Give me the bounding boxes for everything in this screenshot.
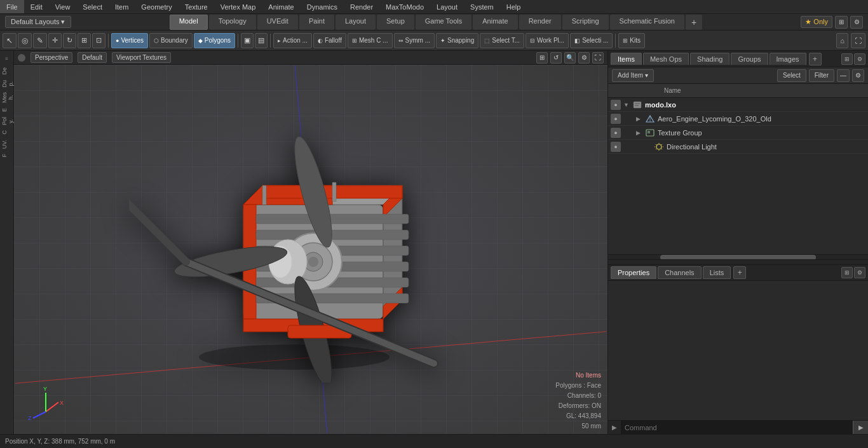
menu-vertex-map[interactable]: Vertex Map [214,0,262,13]
sidebar-label-dup[interactable]: Dup. [0,78,13,90]
panel-tab-groups[interactable]: Groups [731,53,768,65]
menu-system[interactable]: System [464,0,500,13]
toolbar-symm[interactable]: ⇔ Symm ... [394,33,435,48]
viewport-expand-btn2[interactable]: ↺ [550,52,562,64]
sidebar-label-uv[interactable]: UV. [0,137,13,151]
command-input[interactable] [621,421,853,434]
panel-tab-mesh-ops[interactable]: Mesh Ops [643,53,689,65]
menu-file[interactable]: File [0,0,24,13]
viewport-expand-btn5[interactable]: ⛶ [592,52,604,64]
toolbar-polygons[interactable]: ◆ Polygons [194,33,235,48]
toolbar-rotate[interactable]: ↻ [63,33,76,48]
menu-edit[interactable]: Edit [24,0,49,13]
panel-tab-shading[interactable]: Shading [690,53,729,65]
menu-geometry[interactable]: Geometry [135,0,178,13]
tab-add[interactable]: + [686,15,702,30]
default-layouts-dropdown[interactable]: Default Layouts ▾ [5,16,71,28]
viewport-expand-btn4[interactable]: ⚙ [578,52,590,64]
prop-expand-2[interactable]: ⚙ [854,267,865,278]
toolbar-globe[interactable]: ◎ [18,33,32,48]
viewport-canvas[interactable]: X Y Z No Items Polygons : Face Channels:… [14,65,607,434]
viewport-expand-btn3[interactable]: 🔍 [564,52,576,64]
tab-layout[interactable]: Layout [336,15,376,30]
add-item-button[interactable]: Add Item ▾ [612,69,654,82]
toolbar-transform[interactable]: ⊡ [92,33,105,48]
sidebar-label-de[interactable]: De [0,65,13,78]
toolbar-selecti[interactable]: ◧ Selecti ... [570,33,613,48]
prop-expand-1[interactable]: ⊞ [841,267,853,278]
tab-paint[interactable]: Paint [299,15,334,30]
tree-item-modo-lxo[interactable]: ● ▼ modo.lxo [608,98,868,112]
menu-layout[interactable]: Layout [430,0,464,13]
toolbar-mesh-c[interactable]: ⊞ Mesh C ... [348,33,393,48]
toolbar-select-t[interactable]: ⬚ Select T... [480,33,524,48]
tree-vis-1[interactable]: ● [611,100,621,110]
tree-vis-3[interactable]: ● [611,128,621,138]
viewport-perspective[interactable]: Perspective [31,52,72,63]
tab-topology[interactable]: Topology [209,15,256,30]
toolbar-kits[interactable]: ⊞ Kits [618,33,645,48]
tree-item-aero-engine[interactable]: ● ▶ Aero_Engine_Lycoming_O_320_Old [608,112,868,126]
toolbar-home[interactable]: ⌂ [836,33,848,48]
menu-texture[interactable]: Texture [179,0,214,13]
tab-animate[interactable]: Animate [473,15,517,30]
prop-tab-channels[interactable]: Channels [658,266,701,279]
panel-expand-1[interactable]: ⊞ [841,53,853,65]
sidebar-toggle[interactable]: ≡ [1,53,13,64]
panel-expand-2[interactable]: ⚙ [854,53,865,65]
menu-help[interactable]: Help [500,0,527,13]
collapse-button[interactable]: — [837,69,850,82]
tab-uvedit[interactable]: UVEdit [257,15,298,30]
toolbar-scale[interactable]: ⊞ [78,33,91,48]
command-run-button[interactable]: ▶ [853,421,868,434]
menu-dynamics[interactable]: Dynamics [301,0,344,13]
sidebar-label-c[interactable]: C [0,128,13,137]
toolbar-box1[interactable]: ▣ [241,33,254,48]
toolbar-work-pl[interactable]: ⊟ Work Pl... [526,33,569,48]
menu-render[interactable]: Render [344,0,379,13]
command-arrow[interactable]: ▶ [608,424,621,431]
viewport-dot[interactable] [18,54,25,62]
star-only-button[interactable]: ★ Only [801,16,832,28]
sidebar-label-e[interactable]: E [0,105,13,114]
filter-button[interactable]: Filter [809,69,834,82]
tree-item-directional-light[interactable]: ● ▶ Directional Light [608,140,868,154]
toolbar-boundary[interactable]: ⬡ Boundary [149,33,193,48]
menu-view[interactable]: View [49,0,77,13]
settings-button[interactable]: ⚙ [850,16,863,29]
menu-animate[interactable]: Animate [262,0,300,13]
menu-select[interactable]: Select [76,0,109,13]
toolbar-falloff[interactable]: ◐ Falloff [313,33,346,48]
menu-maxtomodo[interactable]: MaxToModo [379,0,430,13]
tree-item-texture-group[interactable]: ● ▶ Texture Group [608,126,868,140]
toolbar-action[interactable]: ▸ Action ... [273,33,312,48]
toolbar-move[interactable]: ✛ [48,33,62,48]
items-scrollbar[interactable] [608,254,868,259]
viewport-default[interactable]: Default [78,52,107,63]
sidebar-label-pol[interactable]: Poly. [0,114,13,128]
sidebar-label-mesh[interactable]: Mesh. [0,90,13,105]
tab-game-tools[interactable]: Game Tools [416,15,472,30]
toolbar-cursor[interactable]: ↖ [3,33,17,48]
viewport-textures[interactable]: Viewport Textures [112,52,171,63]
menu-item[interactable]: Item [109,0,135,13]
toolbar-vertices[interactable]: ● Vertices [111,33,148,48]
tab-render[interactable]: Render [519,15,561,30]
toolbar-snapping[interactable]: ✦ Snapping [436,33,478,48]
tree-vis-2[interactable]: ● [611,114,621,124]
gear-button[interactable]: ⚙ [852,69,864,82]
tree-arrow-1[interactable]: ▼ [623,102,631,108]
toolbar-box2[interactable]: ▤ [255,33,268,48]
tab-schematic-fusion[interactable]: Schematic Fusion [610,15,684,30]
tab-scripting[interactable]: Scripting [562,15,609,30]
viewport-expand-btn1[interactable]: ⊞ [536,52,548,64]
prop-tab-properties[interactable]: Properties [611,266,656,279]
toolbar-fullscreen[interactable]: ⛶ [851,33,865,48]
sidebar-label-f[interactable]: F [0,151,13,160]
toolbar-pen[interactable]: ✎ [33,33,47,48]
tree-arrow-2[interactable]: ▶ [636,116,644,122]
expand-button[interactable]: ⊞ [835,16,848,29]
tree-arrow-3[interactable]: ▶ [636,130,644,136]
panel-tab-add[interactable]: + [809,53,822,65]
panel-tab-items[interactable]: Items [611,53,642,65]
